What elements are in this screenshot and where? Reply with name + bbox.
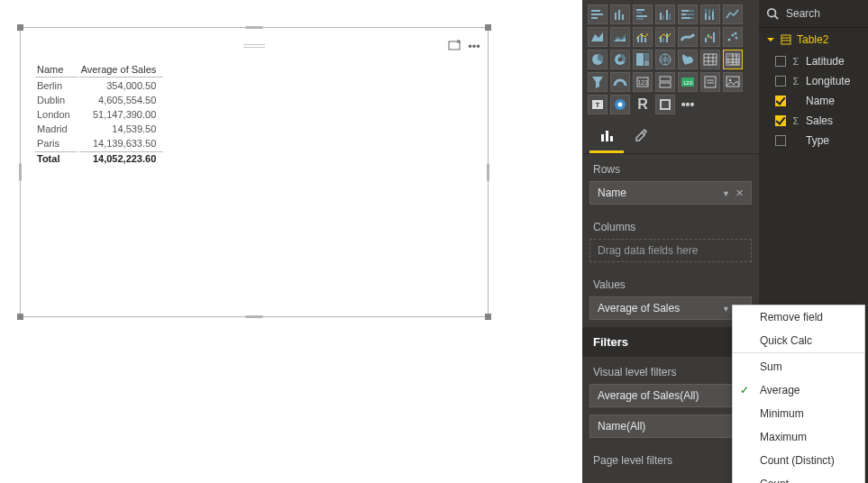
drag-grip-icon[interactable] (243, 44, 265, 48)
resize-handle-top[interactable] (245, 26, 263, 29)
viz-r-script-icon[interactable]: R (633, 95, 653, 114)
svg-rect-31 (662, 38, 664, 42)
tab-fields[interactable] (589, 121, 624, 153)
fields-table-header[interactable]: Table2 (759, 28, 868, 51)
svg-rect-5 (618, 10, 620, 20)
svg-rect-13 (666, 10, 668, 20)
svg-rect-6 (622, 14, 624, 20)
table-total-row: Total14,052,223.60 (35, 151, 163, 165)
chevron-down-icon[interactable]: ▼ (722, 305, 730, 314)
viz-waterfall-icon[interactable] (700, 27, 720, 47)
chevron-down-icon[interactable]: ▼ (722, 189, 730, 198)
table-icon (781, 34, 791, 45)
viz-stacked-column-icon[interactable] (610, 5, 630, 24)
menu-item-average[interactable]: ✓Average (733, 378, 864, 402)
viz-multi-row-card-icon[interactable] (655, 72, 675, 92)
columns-drop-zone[interactable]: Drag data fields here (589, 239, 752, 262)
field-item-latitude[interactable]: ΣLatitude (759, 51, 868, 71)
resize-handle-br[interactable] (485, 314, 491, 320)
viz-ribbon-icon[interactable] (678, 27, 698, 47)
report-canvas[interactable]: ••• Name Average of Sales Berlin354,000.… (0, 0, 582, 483)
viz-line-icon[interactable] (723, 5, 743, 24)
menu-item-minimum[interactable]: Minimum (733, 402, 864, 425)
viz-line-clustered-column-icon[interactable] (655, 27, 675, 47)
viz-area-icon[interactable] (588, 27, 608, 47)
viz-shape-icon[interactable] (655, 95, 675, 114)
checkbox-checked[interactable] (775, 115, 786, 126)
resize-handle-bottom[interactable] (245, 315, 263, 318)
viz-gauge-icon[interactable] (610, 72, 630, 92)
sigma-icon: Σ (791, 76, 800, 87)
viz-100-stacked-bar-icon[interactable] (678, 5, 698, 24)
menu-item-sum[interactable]: Sum (733, 355, 864, 378)
viz-filled-map-icon[interactable] (678, 50, 698, 69)
more-options-icon[interactable]: ••• (468, 40, 480, 52)
viz-kpi-icon[interactable]: 123 (678, 72, 698, 92)
checkbox[interactable] (775, 56, 786, 67)
visual-filter-item[interactable]: Name(All) (589, 415, 752, 438)
viz-more-icon[interactable]: ••• (678, 95, 698, 114)
menu-item-remove-field[interactable]: Remove field (733, 305, 864, 329)
svg-rect-75 (661, 100, 670, 109)
tab-format[interactable] (624, 121, 658, 153)
viz-slicer-icon[interactable] (700, 72, 720, 92)
svg-rect-76 (601, 134, 604, 141)
resize-handle-right[interactable] (487, 163, 489, 181)
visual-filter-item[interactable]: Average of Sales(All) (589, 384, 752, 407)
viz-donut-icon[interactable] (610, 50, 630, 69)
remove-field-icon[interactable]: ✕ (736, 187, 744, 198)
field-item-sales[interactable]: ΣSales (759, 111, 868, 131)
checkbox[interactable] (775, 76, 786, 87)
svg-rect-16 (689, 10, 694, 12)
resize-handle-left[interactable] (19, 163, 22, 181)
svg-rect-63 (660, 83, 671, 87)
resize-handle-bl[interactable] (17, 314, 23, 320)
col-header-name[interactable]: Name (35, 62, 78, 77)
viz-matrix-icon[interactable] (723, 50, 743, 69)
rows-field-well[interactable]: Name ▼✕ (589, 181, 752, 205)
svg-rect-22 (705, 9, 707, 14)
svg-rect-8 (636, 12, 642, 14)
viz-stacked-area-icon[interactable] (610, 27, 630, 47)
viz-funnel-icon[interactable] (588, 72, 608, 92)
visualization-gallery: 123 123 T R ••• (582, 0, 759, 117)
viz-map-icon[interactable] (655, 50, 675, 69)
viz-textbox-icon[interactable]: T (588, 95, 608, 114)
resize-handle-tr[interactable] (485, 24, 491, 31)
svg-text:T: T (596, 101, 600, 109)
menu-item-maximum[interactable]: Maximum (733, 425, 864, 449)
field-item-name[interactable]: Name (759, 91, 868, 111)
table-row: Paris14,139,633.50 (35, 137, 163, 150)
svg-rect-62 (660, 77, 671, 81)
visual-frame[interactable]: ••• Name Average of Sales Berlin354,000.… (20, 27, 489, 317)
values-field-well[interactable]: Average of Sales ▼✕ (589, 296, 752, 320)
viz-clustered-column-icon[interactable] (655, 5, 675, 24)
svg-rect-44 (636, 53, 644, 66)
field-item-longitute[interactable]: ΣLongitute (759, 71, 868, 91)
viz-stacked-bar-icon[interactable] (588, 5, 608, 24)
viz-image-icon[interactable] (723, 72, 743, 92)
viz-card-icon[interactable]: 123 (633, 72, 653, 92)
col-header-value[interactable]: Average of Sales (79, 62, 164, 77)
svg-rect-78 (610, 136, 613, 141)
svg-point-79 (768, 9, 776, 17)
resize-handle-tl[interactable] (17, 24, 23, 31)
fields-search[interactable]: Search (759, 0, 868, 28)
menu-item-count-distinct[interactable]: Count (Distinct) (733, 449, 864, 472)
viz-pie-icon[interactable] (588, 50, 608, 69)
field-item-type[interactable]: Type (759, 131, 868, 150)
menu-item-count[interactable]: Count (733, 472, 864, 483)
viz-clustered-bar-icon[interactable] (633, 5, 653, 24)
viz-line-stacked-column-icon[interactable] (633, 27, 653, 47)
viz-scatter-icon[interactable] (723, 27, 743, 47)
viz-treemap-icon[interactable] (633, 50, 653, 69)
viz-100-stacked-column-icon[interactable] (700, 5, 720, 24)
svg-point-39 (736, 37, 738, 40)
checkbox-checked[interactable] (775, 96, 786, 106)
menu-item-quick-calc[interactable]: Quick Calc (733, 329, 864, 353)
focus-mode-icon[interactable] (448, 40, 461, 52)
checkbox[interactable] (775, 135, 786, 146)
viz-table-icon[interactable] (700, 50, 720, 69)
table-visual: Name Average of Sales Berlin354,000.50 D… (33, 60, 165, 167)
viz-arcgis-icon[interactable] (610, 95, 630, 114)
